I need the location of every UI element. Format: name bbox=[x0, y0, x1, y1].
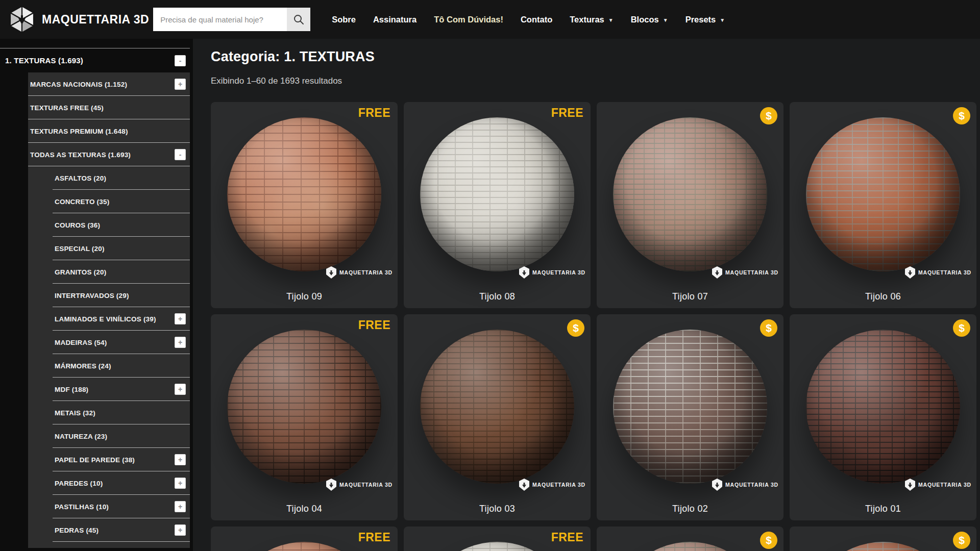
search-input[interactable] bbox=[153, 8, 287, 31]
expand-toggle-button[interactable]: + bbox=[175, 454, 186, 465]
sidebar-item-metais-32[interactable]: METAIS (32) bbox=[28, 401, 190, 424]
product-card-tijolo-08[interactable]: FREE $ MAQUETTARIA 3D Tijolo 08 bbox=[404, 102, 591, 308]
sidebar-item-label: ASFALTOS (20) bbox=[28, 174, 106, 182]
main-navigation: Sobre Assinatura Tô Com Dúvidas! Contato… bbox=[332, 15, 725, 24]
product-card[interactable]: FREE $ MAQUETTARIA 3D bbox=[404, 527, 591, 551]
sidebar-item-label: MARCAS NACIONAIS (1.152) bbox=[28, 81, 127, 88]
sidebar-item-label: MADEIRAS (54) bbox=[28, 339, 107, 346]
product-title[interactable]: Tijolo 04 bbox=[211, 497, 398, 520]
sidebar-item-label: GRANITOS (20) bbox=[28, 268, 106, 276]
sidebar-item-label: PAREDES (10) bbox=[28, 480, 103, 487]
premium-dollar-badge: $ bbox=[953, 319, 970, 337]
expand-toggle-button[interactable]: + bbox=[175, 384, 186, 395]
nav-item-t-com-d-vidas[interactable]: Tô Com Dúvidas! bbox=[434, 15, 503, 24]
nav-item-label: Texturas bbox=[570, 15, 604, 24]
texture-preview: FREE $ MAQUETTARIA 3D bbox=[211, 314, 398, 497]
watermark-shield-icon bbox=[904, 479, 916, 491]
sidebar-item-label: ESPECIAL (20) bbox=[28, 245, 105, 253]
product-card-tijolo-02[interactable]: FREE $ MAQUETTARIA 3D Tijolo 02 bbox=[597, 314, 783, 520]
product-title[interactable]: Tijolo 07 bbox=[597, 285, 783, 308]
sidebar-item-texturas-premium-1-648[interactable]: TEXTURAS PREMIUM (1.648) bbox=[28, 119, 190, 143]
sidebar-item-todas-as-texturas-1-693[interactable]: TODAS AS TEXTURAS (1.693) - bbox=[28, 143, 190, 166]
product-grid: FREE $ MAQUETTARIA 3D Tijolo 09 FREE $ bbox=[211, 102, 980, 520]
collapse-toggle-button[interactable]: - bbox=[175, 55, 186, 66]
product-title[interactable]: Tijolo 06 bbox=[790, 285, 976, 308]
watermark: MAQUETTARIA 3D bbox=[326, 479, 393, 491]
texture-sphere bbox=[227, 330, 381, 484]
sidebar-root-label: 1. TEXTURAS (1.693) bbox=[5, 56, 83, 65]
premium-dollar-badge: $ bbox=[953, 107, 970, 124]
sidebar-item-pedras-45[interactable]: PEDRAS (45) + bbox=[28, 518, 190, 542]
texture-sphere bbox=[227, 117, 381, 271]
product-card[interactable]: FREE $ MAQUETTARIA 3D bbox=[597, 527, 783, 551]
expand-toggle-button[interactable]: + bbox=[175, 524, 186, 536]
product-title[interactable]: Tijolo 09 bbox=[211, 285, 398, 308]
product-title[interactable]: Tijolo 03 bbox=[404, 497, 591, 520]
expand-toggle-button[interactable]: + bbox=[175, 478, 186, 489]
watermark-text: MAQUETTARIA 3D bbox=[532, 269, 585, 276]
sidebar-item-texturas-free-45[interactable]: TEXTURAS FREE (45) bbox=[28, 96, 190, 119]
nav-item-presets[interactable]: Presets ▼ bbox=[685, 15, 725, 24]
sidebar-item-m-rmores-24[interactable]: MÁRMORES (24) bbox=[28, 354, 190, 378]
watermark-text: MAQUETTARIA 3D bbox=[725, 482, 778, 488]
sidebar-item-granitos-20[interactable]: GRANITOS (20) bbox=[28, 260, 190, 284]
sidebar-item-paredes-10[interactable]: PAREDES (10) + bbox=[28, 471, 190, 495]
watermark-shield-icon bbox=[712, 266, 723, 279]
texture-preview: FREE $ MAQUETTARIA 3D bbox=[404, 527, 591, 551]
product-card[interactable]: FREE $ MAQUETTARIA 3D bbox=[790, 527, 976, 551]
product-card-tijolo-07[interactable]: FREE $ MAQUETTARIA 3D Tijolo 07 bbox=[597, 102, 783, 308]
texture-preview: FREE $ MAQUETTARIA 3D bbox=[597, 527, 783, 551]
watermark-text: MAQUETTARIA 3D bbox=[339, 482, 393, 488]
sidebar-item-laminados-e-vin-licos-39[interactable]: LAMINADOS E VINÍLICOS (39) + bbox=[28, 307, 190, 331]
product-title[interactable]: Tijolo 08 bbox=[404, 285, 591, 308]
sidebar-item-madeiras-54[interactable]: MADEIRAS (54) + bbox=[28, 331, 190, 354]
product-card-tijolo-09[interactable]: FREE $ MAQUETTARIA 3D Tijolo 09 bbox=[211, 102, 398, 308]
sidebar-item-texturas-root[interactable]: 1. TEXTURAS (1.693) - bbox=[0, 48, 193, 72]
watermark: MAQUETTARIA 3D bbox=[712, 479, 778, 491]
sidebar-item-marcas-nacionais-1-152[interactable]: MARCAS NACIONAIS (1.152) + bbox=[28, 72, 190, 96]
nav-item-sobre[interactable]: Sobre bbox=[332, 15, 356, 24]
sidebar-item-concreto-35[interactable]: CONCRETO (35) bbox=[28, 190, 190, 213]
product-title[interactable]: Tijolo 01 bbox=[790, 497, 976, 520]
sidebar-item-mdf-188[interactable]: MDF (188) + bbox=[28, 378, 190, 401]
product-card-tijolo-06[interactable]: FREE $ MAQUETTARIA 3D Tijolo 06 bbox=[790, 102, 976, 308]
product-card-tijolo-03[interactable]: FREE $ MAQUETTARIA 3D Tijolo 03 bbox=[404, 314, 591, 520]
sidebar-item-papel-de-parede-38[interactable]: PAPEL DE PAREDE (38) + bbox=[28, 448, 190, 471]
nav-item-blocos[interactable]: Blocos ▼ bbox=[631, 15, 668, 24]
texture-preview: FREE $ MAQUETTARIA 3D bbox=[597, 314, 783, 497]
expand-toggle-button[interactable]: + bbox=[175, 79, 186, 90]
nav-item-texturas[interactable]: Texturas ▼ bbox=[570, 15, 613, 24]
expand-toggle-button[interactable]: + bbox=[175, 337, 186, 348]
texture-sphere bbox=[613, 117, 767, 271]
sidebar-item-natureza-23[interactable]: NATUREZA (23) bbox=[28, 424, 190, 448]
sidebar-item-couros-36[interactable]: COUROS (36) bbox=[28, 213, 190, 237]
sidebar-item-intertravados-29[interactable]: INTERTRAVADOS (29) bbox=[28, 284, 190, 307]
expand-toggle-button[interactable]: + bbox=[175, 313, 186, 324]
sidebar-item-label: PAPEL DE PAREDE (38) bbox=[28, 456, 135, 464]
nav-item-contato[interactable]: Contato bbox=[521, 15, 552, 24]
watermark-text: MAQUETTARIA 3D bbox=[725, 269, 778, 276]
sidebar-item-asfaltos-20[interactable]: ASFALTOS (20) bbox=[28, 166, 190, 190]
product-title[interactable]: Tijolo 02 bbox=[597, 497, 783, 520]
category-filter-sidebar: 1. TEXTURAS (1.693) - MARCAS NACIONAIS (… bbox=[0, 39, 193, 551]
premium-dollar-badge: $ bbox=[760, 532, 777, 549]
nav-item-assinatura[interactable]: Assinatura bbox=[373, 15, 416, 24]
sidebar-item-label: COUROS (36) bbox=[28, 221, 100, 229]
expand-toggle-button[interactable]: + bbox=[175, 501, 186, 512]
product-card-tijolo-01[interactable]: FREE $ MAQUETTARIA 3D Tijolo 01 bbox=[790, 314, 976, 520]
expand-toggle-button[interactable]: - bbox=[175, 149, 186, 160]
texture-preview: FREE $ MAQUETTARIA 3D bbox=[404, 314, 591, 497]
search-button[interactable] bbox=[287, 8, 310, 31]
nav-item-label: Contato bbox=[521, 15, 552, 24]
sidebar-item-label: METAIS (32) bbox=[28, 409, 95, 417]
site-logo[interactable]: MAQUETTARIA 3D bbox=[7, 5, 149, 34]
sidebar-item-pastilhas-10[interactable]: PASTILHAS (10) + bbox=[28, 495, 190, 518]
product-grid-next-row: FREE $ MAQUETTARIA 3D FREE $ bbox=[211, 527, 980, 551]
sidebar-item-especial-20[interactable]: ESPECIAL (20) bbox=[28, 237, 190, 260]
product-card[interactable]: FREE $ MAQUETTARIA 3D bbox=[211, 527, 398, 551]
watermark: MAQUETTARIA 3D bbox=[326, 266, 393, 279]
nav-item-label: Blocos bbox=[631, 15, 659, 24]
product-card-tijolo-04[interactable]: FREE $ MAQUETTARIA 3D Tijolo 04 bbox=[211, 314, 398, 520]
sidebar-item-label: TODAS AS TEXTURAS (1.693) bbox=[28, 151, 131, 159]
search-icon bbox=[293, 14, 304, 25]
